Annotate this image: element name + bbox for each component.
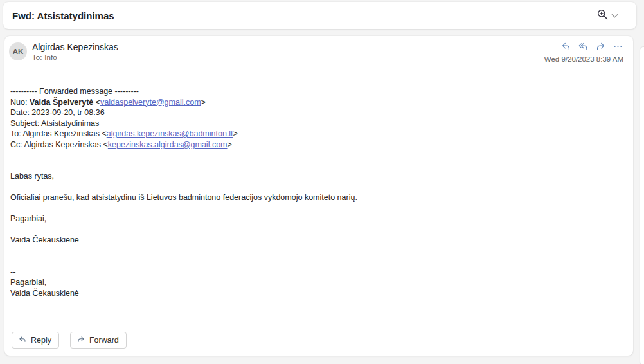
subject-bar-actions — [595, 2, 620, 29]
reply-icon — [18, 335, 27, 345]
reply-button[interactable] — [559, 41, 572, 53]
body-greeting: Labas rytas, — [10, 171, 614, 182]
forward-icon — [595, 41, 606, 53]
forwarded-to-line: To: Algirdas Kepežinskas <algirdas.kepez… — [10, 129, 614, 140]
message-footer-actions: Reply Forward — [12, 332, 127, 349]
forwarded-subject-line: Subject: Atsistatydinimas — [10, 118, 614, 129]
body-paragraph: Oficialiai pranešu, kad atsistatydinu iš… — [10, 192, 614, 203]
avatar[interactable]: AK — [9, 42, 27, 60]
forwarded-from-line: Nuo: Vaida Špelverytė <vaidaspelveryte@g… — [10, 97, 614, 108]
reply-all-button[interactable] — [577, 41, 589, 53]
from-name: Vaida Špelverytė — [30, 98, 93, 107]
message-timestamp: Wed 9/20/2023 8:39 AM — [544, 55, 623, 63]
to-label: To: — [32, 53, 42, 61]
reply-button-label: Reply — [31, 336, 51, 345]
page-title: Fwd: Atsistatydinimas — [12, 10, 114, 21]
reply-footer-button[interactable]: Reply — [12, 332, 59, 349]
recipient-name[interactable]: Info — [44, 53, 57, 61]
reply-all-icon — [578, 41, 589, 53]
cc-email-link[interactable]: kepezinskas.algirdas@gmail.com — [108, 140, 228, 149]
sender-name: Algirdas Kepezinskas — [32, 42, 118, 52]
zoom-in-button[interactable] — [595, 7, 610, 24]
body-signature-name: Vaida Čekauskienė — [10, 235, 614, 246]
recipient-line: To:Info — [32, 53, 57, 61]
ellipsis-icon — [613, 41, 623, 53]
chevron-down-icon — [611, 11, 618, 21]
forward-footer-button[interactable]: Forward — [70, 332, 127, 349]
message-body: ---------- Forwarded message --------- N… — [10, 86, 614, 298]
signature-name: Vaida Čekauskienė — [10, 288, 614, 299]
email-message-card: AK Algirdas Kepezinskas To:Info — [4, 36, 633, 356]
body-closing: Pagarbiai, — [10, 214, 614, 224]
forward-button[interactable] — [594, 41, 607, 53]
signature-divider: -- — [10, 267, 614, 278]
zoom-options-dropdown[interactable] — [610, 10, 620, 22]
mail-reading-pane: Fwd: Atsistatydinimas — [0, 0, 644, 364]
signature-closing: Pagarbiai, — [10, 277, 614, 288]
reply-icon — [560, 41, 571, 53]
forward-button-label: Forward — [89, 336, 119, 345]
forwarded-divider: ---------- Forwarded message --------- — [10, 86, 614, 97]
message-subject-bar: Fwd: Atsistatydinimas — [3, 2, 636, 29]
forwarded-cc-line: Cc: Algirdas Kepezinskas <kepezinskas.al… — [10, 140, 614, 150]
message-action-icons — [559, 41, 624, 53]
zoom-in-icon — [596, 8, 609, 23]
adjacent-panel-edge — [640, 46, 644, 364]
more-actions-button[interactable] — [611, 41, 624, 53]
forward-icon — [76, 335, 85, 345]
to-email-link[interactable]: algirdas.kepezinskas@badminton.lt — [107, 129, 233, 138]
from-email-link[interactable]: vaidaspelveryte@gmail.com — [100, 98, 201, 107]
forwarded-date-line: Date: 2023-09-20, tr 08:36 — [10, 107, 614, 118]
